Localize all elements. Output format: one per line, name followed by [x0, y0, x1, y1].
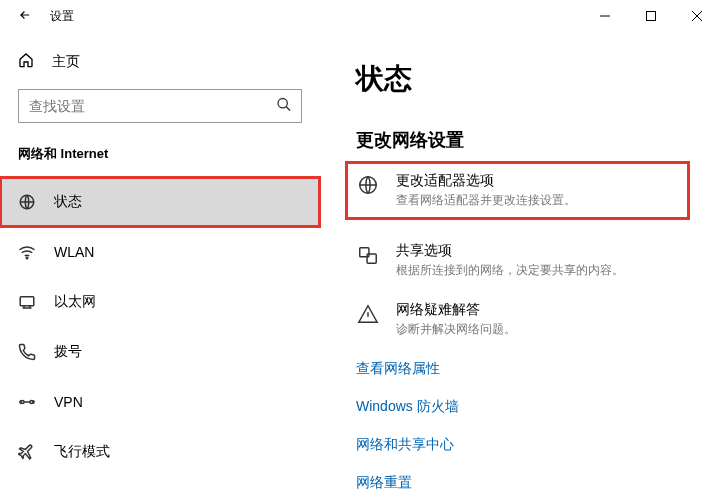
sidebar-item-airplane[interactable]: 飞行模式 — [0, 427, 320, 477]
dialup-icon — [18, 343, 36, 361]
status-icon — [18, 193, 36, 211]
search-input[interactable] — [18, 89, 302, 123]
sidebar-item-label: 以太网 — [54, 293, 96, 311]
link-sharing-center[interactable]: 网络和共享中心 — [356, 436, 690, 454]
sidebar-item-label: WLAN — [54, 244, 94, 260]
option-sharing[interactable]: 共享选项 根据所连接到的网络，决定要共享的内容。 — [356, 242, 690, 279]
page-title: 状态 — [356, 60, 690, 98]
sidebar-item-status[interactable]: 状态 — [0, 177, 320, 227]
airplane-icon — [18, 443, 36, 461]
sidebar-item-label: 飞行模式 — [54, 443, 110, 461]
content-panel: 状态 更改网络设置 更改适配器选项 查看网络适配器并更改连接设置。 共享选项 根… — [320, 32, 720, 503]
search-container — [18, 89, 302, 123]
link-firewall[interactable]: Windows 防火墙 — [356, 398, 690, 416]
window-controls — [582, 0, 720, 32]
sidebar-item-ethernet[interactable]: 以太网 — [0, 277, 320, 327]
sidebar-item-wlan[interactable]: WLAN — [0, 227, 320, 277]
ethernet-icon — [18, 293, 36, 311]
section-label: 网络和 Internet — [0, 145, 320, 177]
close-button[interactable] — [674, 0, 720, 32]
option-desc: 根据所连接到的网络，决定要共享的内容。 — [396, 262, 624, 279]
link-properties[interactable]: 查看网络属性 — [356, 360, 690, 378]
sidebar-item-dialup[interactable]: 拨号 — [0, 327, 320, 377]
home-icon — [18, 52, 34, 71]
home-button[interactable]: 主页 — [0, 42, 320, 89]
sharing-icon — [356, 244, 380, 266]
option-title: 共享选项 — [396, 242, 624, 260]
main-area: 主页 网络和 Internet 状态 WLAN 以太网 — [0, 32, 720, 503]
option-adapter[interactable]: 更改适配器选项 查看网络适配器并更改连接设置。 — [345, 161, 690, 220]
titlebar: 设置 — [0, 0, 720, 32]
option-title: 网络疑难解答 — [396, 301, 516, 319]
svg-point-3 — [26, 257, 28, 259]
search-icon[interactable] — [276, 97, 292, 116]
subtitle: 更改网络设置 — [356, 128, 690, 152]
svg-rect-0 — [647, 12, 656, 21]
warning-icon — [356, 303, 380, 325]
maximize-button[interactable] — [628, 0, 674, 32]
vpn-icon — [18, 393, 36, 411]
titlebar-left: 设置 — [0, 8, 74, 25]
window-title: 设置 — [50, 8, 74, 25]
sidebar-item-label: 状态 — [54, 193, 82, 211]
option-desc: 诊断并解决网络问题。 — [396, 321, 516, 338]
option-text: 共享选项 根据所连接到的网络，决定要共享的内容。 — [396, 242, 624, 279]
sidebar-item-label: 拨号 — [54, 343, 82, 361]
option-text: 更改适配器选项 查看网络适配器并更改连接设置。 — [396, 172, 576, 209]
svg-rect-4 — [20, 297, 34, 306]
home-label: 主页 — [52, 53, 80, 71]
sidebar-item-label: VPN — [54, 394, 83, 410]
option-troubleshoot[interactable]: 网络疑难解答 诊断并解决网络问题。 — [356, 301, 690, 338]
option-title: 更改适配器选项 — [396, 172, 576, 190]
link-reset[interactable]: 网络重置 — [356, 474, 690, 492]
sidebar-item-vpn[interactable]: VPN — [0, 377, 320, 427]
sidebar: 主页 网络和 Internet 状态 WLAN 以太网 — [0, 32, 320, 503]
svg-point-6 — [30, 401, 33, 404]
globe-icon — [356, 174, 380, 196]
back-icon[interactable] — [18, 8, 32, 25]
svg-point-1 — [278, 99, 287, 108]
option-desc: 查看网络适配器并更改连接设置。 — [396, 192, 576, 209]
option-text: 网络疑难解答 诊断并解决网络问题。 — [396, 301, 516, 338]
wifi-icon — [18, 243, 36, 261]
minimize-button[interactable] — [582, 0, 628, 32]
svg-point-5 — [21, 401, 24, 404]
